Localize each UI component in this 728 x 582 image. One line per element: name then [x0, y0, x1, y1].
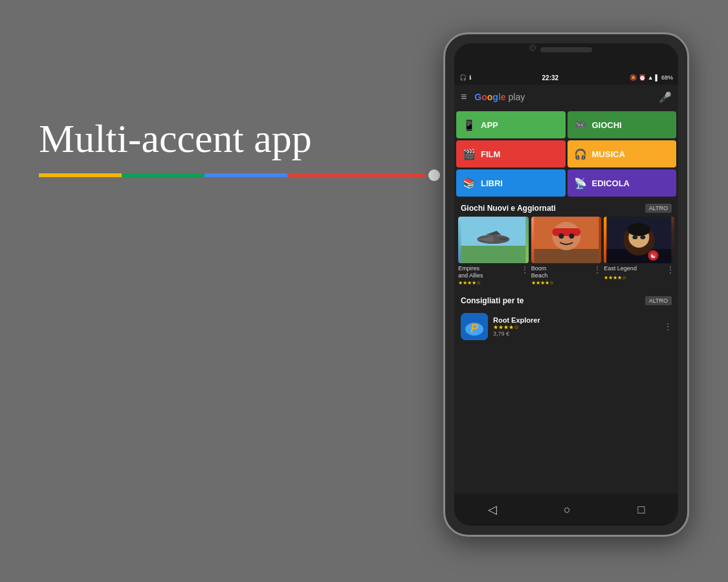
- info-icon: ℹ: [469, 74, 471, 81]
- game-dots-empires[interactable]: ⋮: [521, 265, 529, 274]
- bar-yellow: [39, 173, 122, 177]
- svg-rect-1: [461, 246, 525, 263]
- game-item-empires[interactable]: Empiresand Allies ⋮ ★★★★☆: [458, 217, 529, 286]
- edicola-icon: 📡: [574, 177, 587, 189]
- game-thumb-boom: [531, 217, 602, 263]
- recommended-section-header: Consigliati per te ALTRO: [454, 291, 678, 309]
- game-thumb-east: ☯: [604, 217, 674, 263]
- svg-text:☯: ☯: [650, 252, 656, 259]
- status-bar: 🎧 ℹ 22:32 🔕 ⏰ ▲ ▌ 68%: [454, 70, 678, 85]
- rec-stars-root: ★★★★☆: [493, 324, 659, 330]
- svg-point-10: [558, 233, 564, 239]
- nav-recent-btn[interactable]: □: [637, 503, 645, 517]
- nav-home-btn[interactable]: ○: [564, 503, 571, 517]
- musica-icon: 🎧: [574, 148, 587, 160]
- game-item-east[interactable]: ☯ East Legend ⋮ ★★★★☆: [604, 217, 674, 286]
- empires-art: [458, 217, 529, 263]
- cat-btn-edicola[interactable]: 📡 EDICOLA: [568, 169, 677, 197]
- phone-outer: 🎧 ℹ 22:32 🔕 ⏰ ▲ ▌ 68% ≡: [443, 32, 689, 537]
- giochi-label: GIOCHI: [592, 120, 622, 130]
- game-dots-boom[interactable]: ⋮: [593, 265, 601, 274]
- game-info-boom: BoomBeach ⋮: [531, 263, 602, 279]
- nav-bar: ◁ ○ □: [454, 493, 678, 526]
- top-bar: ≡ Google play 🎤: [454, 85, 678, 109]
- svg-point-18: [641, 235, 646, 239]
- cat-btn-app[interactable]: 📱 APP: [456, 111, 566, 138]
- phone-speaker: [540, 47, 592, 52]
- headphone-icon: 🎧: [459, 74, 467, 81]
- edicola-label: EDICOLA: [592, 178, 630, 188]
- app-icon: 📱: [463, 119, 476, 131]
- bar-blue: [204, 173, 287, 177]
- rec-name-root: Root Explorer: [493, 316, 659, 324]
- game-dots-east[interactable]: ⋮: [667, 265, 674, 274]
- rec-price-root: 3,79 €: [493, 330, 659, 337]
- app-label: APP: [481, 120, 498, 130]
- hamburger-icon[interactable]: ≡: [461, 91, 467, 103]
- phone-wrapper: 🎧 ℹ 22:32 🔕 ⏰ ▲ ▌ 68% ≡: [443, 32, 689, 537]
- cat-btn-film[interactable]: 🎬 FILM: [456, 140, 566, 167]
- game-item-boom[interactable]: BoomBeach ⋮ ★★★★☆: [531, 217, 602, 286]
- games-altro-btn[interactable]: ALTRO: [645, 204, 672, 213]
- battery-level: 68%: [661, 74, 673, 81]
- cat-btn-giochi[interactable]: 🎮 GIOCHI: [568, 111, 677, 138]
- recommended-altro-btn[interactable]: ALTRO: [645, 296, 672, 305]
- signal-icon: ▌: [656, 74, 659, 81]
- wifi-icon: ▲: [648, 74, 654, 81]
- root-explorer-icon: P: [461, 313, 488, 340]
- left-section: Multi-accent app: [39, 116, 440, 177]
- game-name-boom: BoomBeach: [531, 265, 594, 279]
- film-icon: 🎬: [463, 148, 476, 160]
- musica-label: MUSICA: [592, 149, 625, 159]
- cat-btn-musica[interactable]: 🎧 MUSICA: [568, 140, 677, 167]
- category-grid: 📱 APP 🎮 GIOCHI 🎬 FILM 🎧 MUSICA: [454, 109, 678, 199]
- google-play-logo: Google play: [474, 92, 654, 102]
- svg-rect-5: [500, 238, 507, 240]
- game-thumb-empires: [458, 217, 529, 263]
- bar-green: [122, 173, 204, 177]
- games-section-header: Giochi Nuovi e Aggiornati ALTRO: [454, 199, 678, 217]
- east-art: ☯: [604, 217, 674, 263]
- game-stars-east: ★★★★☆: [604, 274, 674, 281]
- mic-icon[interactable]: 🎤: [659, 91, 672, 103]
- recommended-title: Consigliati per te: [461, 296, 524, 305]
- no-bell-icon: 🔕: [630, 74, 637, 81]
- giochi-icon: 🎮: [574, 119, 587, 131]
- rec-icon-root: P: [461, 313, 488, 340]
- game-info-empires: Empiresand Allies ⋮: [458, 263, 529, 279]
- alarm-icon: ⏰: [639, 74, 646, 81]
- game-stars-empires: ★★★★☆: [458, 279, 529, 286]
- game-name-east: East Legend: [604, 265, 667, 272]
- bar-red: [287, 173, 426, 177]
- games-section-title: Giochi Nuovi e Aggiornati: [461, 204, 556, 213]
- bar-dot: [428, 169, 440, 181]
- game-name-empires: Empiresand Allies: [458, 265, 521, 279]
- recommended-section: Consigliati per te ALTRO P Root E: [454, 291, 678, 344]
- svg-rect-9: [552, 228, 580, 236]
- status-right: 🔕 ⏰ ▲ ▌ 68%: [630, 74, 673, 81]
- boom-art: [531, 217, 602, 263]
- film-label: FILM: [481, 149, 500, 159]
- game-stars-boom: ★★★★☆: [531, 279, 602, 286]
- nav-back-btn[interactable]: ◁: [488, 502, 497, 517]
- main-title: Multi-accent app: [39, 116, 440, 160]
- svg-point-11: [569, 233, 574, 239]
- svg-point-16: [628, 223, 651, 236]
- svg-point-17: [633, 235, 638, 239]
- screen: 🎧 ℹ 22:32 🔕 ⏰ ▲ ▌ 68% ≡: [454, 70, 678, 493]
- rec-info-root: Root Explorer ★★★★☆ 3,79 €: [493, 316, 659, 337]
- color-bar: [39, 173, 440, 177]
- cat-btn-libri[interactable]: 📚 LIBRI: [456, 169, 566, 197]
- recommended-item-root[interactable]: P Root Explorer ★★★★☆ 3,79 € ⋮: [454, 309, 678, 344]
- status-time: 22:32: [542, 74, 559, 81]
- rec-dots-root[interactable]: ⋮: [664, 322, 672, 331]
- libri-icon: 📚: [463, 177, 476, 189]
- libri-label: LIBRI: [481, 178, 503, 188]
- phone-inner: 🎧 ℹ 22:32 🔕 ⏰ ▲ ▌ 68% ≡: [454, 43, 678, 526]
- game-info-east: East Legend ⋮: [604, 263, 674, 274]
- svg-rect-7: [534, 249, 599, 263]
- games-row: Empiresand Allies ⋮ ★★★★☆: [454, 217, 678, 286]
- phone-camera: [529, 45, 536, 51]
- status-left: 🎧 ℹ: [459, 74, 471, 81]
- svg-text:P: P: [470, 322, 479, 335]
